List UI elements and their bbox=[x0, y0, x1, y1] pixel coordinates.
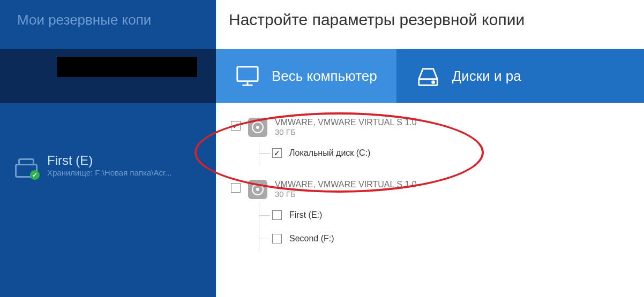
partition-list: First (E:) Second (F:) bbox=[259, 203, 644, 250]
hdd-icon bbox=[248, 118, 267, 137]
app-root: Мои резервные копи ✓ First (E) Хранилище… bbox=[0, 0, 644, 297]
disk-name: VMWARE, VMWARE VIRTUAL S 1.0 bbox=[275, 118, 417, 127]
disk-size: 30 ГБ bbox=[275, 189, 417, 199]
disk-checkbox[interactable] bbox=[231, 183, 241, 193]
main-panel: Настройте параметры резервной копии Весь… bbox=[216, 0, 644, 297]
partition-checkbox[interactable] bbox=[272, 210, 282, 220]
disk-tree: VMWARE, VMWARE VIRTUAL S 1.0 30 ГБ Локал… bbox=[231, 118, 644, 297]
disk-item: VMWARE, VMWARE VIRTUAL S 1.0 30 ГБ Локал… bbox=[231, 118, 644, 165]
ok-badge-icon: ✓ bbox=[30, 170, 40, 180]
svg-rect-0 bbox=[237, 67, 258, 81]
sidebar-item-text: First (E) Хранилище: F:\Новая папка\Acr.… bbox=[47, 153, 172, 177]
partition-label: Локальный диск (C:) bbox=[289, 148, 370, 158]
sidebar-redacted-block bbox=[57, 57, 197, 77]
sidebar-title: Мои резервные копи bbox=[0, 0, 216, 28]
sidebar-backup-item[interactable]: ✓ First (E) Хранилище: F:\Новая папка\Ac… bbox=[0, 140, 216, 189]
drive-icon: ✓ bbox=[15, 158, 38, 178]
hdd-icon bbox=[248, 180, 267, 199]
disk-checkbox[interactable] bbox=[231, 121, 241, 131]
svg-point-4 bbox=[432, 81, 434, 83]
partition-label: First (E:) bbox=[289, 210, 322, 220]
partition-list: Локальный диск (C:) bbox=[259, 141, 644, 165]
tab-whole-computer[interactable]: Весь компьютер bbox=[216, 49, 396, 103]
partition-label: Second (F:) bbox=[289, 234, 334, 243]
backup-item-title: First (E) bbox=[47, 153, 172, 168]
page-title: Настройте параметры резервной копии bbox=[216, 0, 644, 29]
partition-item[interactable]: First (E:) bbox=[259, 203, 644, 227]
disk-label: VMWARE, VMWARE VIRTUAL S 1.0 30 ГБ bbox=[275, 118, 417, 136]
disk-label: VMWARE, VMWARE VIRTUAL S 1.0 30 ГБ bbox=[275, 180, 417, 199]
drive-icon bbox=[416, 64, 440, 88]
sidebar: Мои резервные копи ✓ First (E) Хранилище… bbox=[0, 0, 216, 297]
tab-label: Диски и ра bbox=[452, 68, 521, 85]
disk-size: 30 ГБ bbox=[275, 127, 417, 136]
disk-item: VMWARE, VMWARE VIRTUAL S 1.0 30 ГБ First… bbox=[231, 180, 644, 250]
tab-disks-partitions[interactable]: Диски и ра bbox=[396, 49, 644, 103]
partition-item[interactable]: Second (F:) bbox=[259, 227, 644, 250]
partition-checkbox[interactable] bbox=[272, 148, 282, 158]
tab-label: Весь компьютер bbox=[272, 68, 377, 85]
backup-item-storage: Хранилище: F:\Новая папка\Acr... bbox=[47, 168, 172, 177]
disk-name: VMWARE, VMWARE VIRTUAL S 1.0 bbox=[275, 180, 417, 189]
monitor-icon bbox=[235, 64, 260, 88]
partition-item[interactable]: Локальный диск (C:) bbox=[259, 141, 644, 165]
source-tabs: Весь компьютер Диски и ра bbox=[216, 49, 644, 103]
partition-checkbox[interactable] bbox=[272, 234, 282, 243]
